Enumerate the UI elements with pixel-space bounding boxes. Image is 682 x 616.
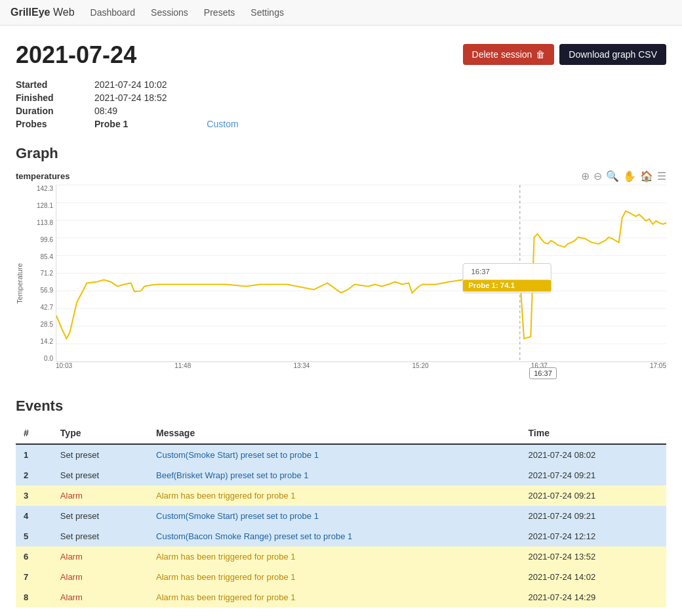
duration-label: Duration (16, 106, 94, 116)
table-row: 4Set presetCustom(Smoke Start) preset se… (16, 506, 666, 526)
y-tick: 56.9 (26, 287, 56, 294)
main-content: 2021-07-24 Delete session 🗑 Download gra… (0, 26, 682, 616)
nav-dashboard[interactable]: Dashboard (90, 7, 136, 18)
finished-label: Finished (16, 92, 94, 103)
graph-section-title: Graph (16, 145, 666, 162)
col-type: Type (52, 422, 148, 444)
brand-logo: GrillEye Web (10, 7, 75, 18)
event-type: Alarm (52, 546, 148, 567)
table-row: 3AlarmAlarm has been triggered for probe… (16, 485, 666, 506)
x-tick: 10:03 (56, 362, 72, 382)
y-tick: 71.2 (26, 270, 56, 277)
header-buttons: Delete session 🗑 Download graph CSV (463, 44, 666, 65)
y-axis-label: Temperature (16, 185, 24, 382)
event-num: 4 (16, 506, 52, 526)
event-time: 2021-07-24 13:52 (521, 546, 666, 567)
y-tick: 99.6 (26, 236, 56, 243)
event-time: 2021-07-24 09:21 (521, 485, 666, 506)
info-probes: Probes Probe 1 Custom (16, 119, 666, 129)
event-time: 2021-07-24 12:12 (521, 526, 666, 546)
events-body: 1Set presetCustom(Smoke Start) preset se… (16, 444, 666, 607)
event-type: Set preset (52, 444, 148, 465)
col-num: # (16, 422, 52, 444)
zoom-out-icon[interactable]: ⊖ (593, 170, 602, 182)
event-type: Set preset (52, 465, 148, 485)
y-tick: 0.0 (26, 355, 56, 362)
graph-y-label: temperatures (16, 171, 70, 181)
y-tick: 14.2 (26, 338, 56, 345)
event-message: Custom(Bacon Smoke Range) preset set to … (148, 526, 521, 546)
y-tick: 85.4 (26, 253, 56, 260)
event-num: 3 (16, 485, 52, 506)
event-type: Set preset (52, 526, 148, 546)
zoom-in-icon[interactable]: ⊕ (581, 170, 590, 182)
started-value: 2021-07-24 10:02 (94, 79, 167, 90)
download-graph-button[interactable]: Download graph CSV (559, 44, 666, 65)
trash-icon: 🗑 (536, 49, 545, 60)
info-finished: Finished 2021-07-24 18:52 (16, 92, 666, 103)
finished-value: 2021-07-24 18:52 (94, 92, 167, 103)
event-message: Alarm has been triggered for probe 1 (148, 567, 521, 587)
y-axis: 142.3128.1113.899.685.471.256.942.728.51… (26, 185, 56, 362)
graph-header: temperatures ⊕ ⊖ 🔍 ✋ 🏠 ☰ (16, 170, 666, 182)
event-type: Alarm (52, 587, 148, 607)
table-row: 1Set presetCustom(Smoke Start) preset se… (16, 444, 666, 465)
event-time: 2021-07-24 14:29 (521, 587, 666, 607)
info-duration: Duration 08:49 (16, 106, 666, 116)
pan-icon[interactable]: ✋ (623, 170, 636, 182)
x-tick: 11:48 (174, 362, 191, 382)
y-tick: 42.7 (26, 304, 56, 311)
y-tick: 142.3 (26, 185, 56, 192)
table-row: 5Set presetCustom(Bacon Smoke Range) pre… (16, 526, 666, 546)
event-num: 1 (16, 444, 52, 465)
x-tick: 15:20 (412, 362, 429, 382)
chart-wrapper: Temperature 142.3128.1113.899.685.471.25… (16, 185, 666, 382)
menu-icon[interactable]: ☰ (657, 170, 666, 182)
y-tick: 113.8 (26, 219, 56, 226)
event-type: Alarm (52, 485, 148, 506)
probes-label: Probes (16, 119, 94, 129)
graph-container: temperatures ⊕ ⊖ 🔍 ✋ 🏠 ☰ Temperature 142… (16, 170, 666, 382)
x-tick: 17:05 (650, 362, 666, 382)
magnify-icon[interactable]: 🔍 (606, 170, 619, 182)
event-num: 5 (16, 526, 52, 546)
nav-presets[interactable]: Presets (204, 7, 235, 18)
table-row: 8AlarmAlarm has been triggered for probe… (16, 587, 666, 607)
events-table-header: # Type Message Time (16, 422, 666, 444)
events-section-title: Events (16, 398, 666, 415)
page-title: 2021-07-24 (16, 41, 136, 69)
y-tick: 128.1 (26, 202, 56, 209)
table-row: 2Set presetBeef(Brisket Wrap) preset set… (16, 465, 666, 485)
duration-value: 08:49 (94, 106, 117, 116)
svg-text:Probe 1:  74.1: Probe 1: 74.1 (468, 282, 515, 290)
info-started: Started 2021-07-24 10:02 (16, 79, 666, 90)
probe-preset[interactable]: Custom (207, 119, 238, 129)
x-axis: 10:0311:4813:3415:2016:3717:05 (56, 362, 666, 382)
event-message: Custom(Smoke Start) preset set to probe … (148, 506, 521, 526)
event-num: 8 (16, 587, 52, 607)
info-table: Started 2021-07-24 10:02 Finished 2021-0… (16, 79, 666, 129)
chart-area: 142.3128.1113.899.685.471.256.942.728.51… (26, 185, 666, 382)
col-message: Message (148, 422, 521, 444)
event-message: Beef(Brisket Wrap) preset set to probe 1 (148, 465, 521, 485)
home-icon[interactable]: 🏠 (640, 170, 653, 182)
event-time: 2021-07-24 08:02 (521, 444, 666, 465)
probe-name: Probe 1 (94, 119, 128, 129)
table-row: 6AlarmAlarm has been triggered for probe… (16, 546, 666, 567)
event-time: 2021-07-24 14:02 (521, 567, 666, 587)
plot-area: 16:37 Probe 1: 74.1 (56, 185, 666, 362)
y-tick: 28.5 (26, 321, 56, 328)
svg-text:16:37: 16:37 (471, 268, 489, 276)
nav-settings[interactable]: Settings (251, 7, 284, 18)
event-num: 2 (16, 465, 52, 485)
graph-controls: ⊕ ⊖ 🔍 ✋ 🏠 ☰ (581, 170, 666, 182)
started-label: Started (16, 79, 94, 90)
event-type: Set preset (52, 506, 148, 526)
delete-session-button[interactable]: Delete session 🗑 (463, 44, 555, 65)
event-message: Alarm has been triggered for probe 1 (148, 485, 521, 506)
navbar: GrillEye Web Dashboard Sessions Presets … (0, 0, 682, 26)
crosshair-label: 16:37 (529, 367, 557, 379)
event-num: 7 (16, 567, 52, 587)
table-row: 7AlarmAlarm has been triggered for probe… (16, 567, 666, 587)
nav-sessions[interactable]: Sessions (151, 7, 188, 18)
